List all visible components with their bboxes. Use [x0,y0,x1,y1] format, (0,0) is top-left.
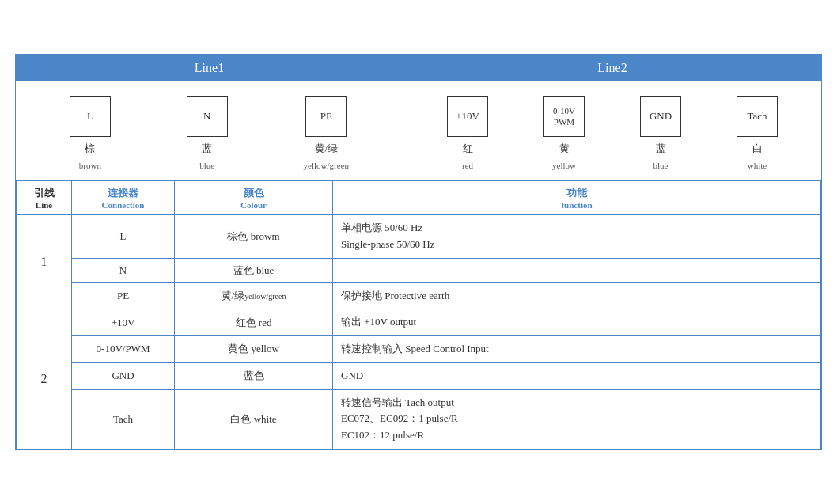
diagram-line2: +10V 红 red 0-10VPWM 黄 yellow GND 蓝 blue … [403,81,821,180]
table-header-row: 引线 Line 连接器 Connection 颜色 Colour 功能 func… [17,180,821,214]
connector-box-N: N [187,96,228,137]
conn-PE: PE [72,282,175,309]
func-PE: 保护接地 Protective earth [333,282,821,309]
th-connection: 连接器 Connection [72,180,175,214]
connector-L: L 棕 brown [70,96,111,170]
table-row-10V: 2 +10V 红色 red 输出 +10V output [17,309,821,336]
connector-GND-zh: 蓝 [656,142,666,156]
colour-L: 棕色 browm [175,214,333,258]
connector-PWM: 0-10VPWM 黄 yellow [543,96,585,170]
diagram-line1: L 棕 brown N 蓝 blue PE 黄/绿 yellow/green [16,81,403,180]
func-GND: GND [333,362,821,389]
connector-PE-zh: 黄/绿 [315,142,339,156]
func-L: 单相电源 50/60 Hz Single-phase 50/60 Hz [333,214,821,258]
th-colour-en: Colour [183,200,324,210]
connector-GND-en: blue [653,161,668,170]
func-Tach: 转速信号输出 Tach output EC072、EC092：1 pulse/R… [333,389,821,449]
connector-N-zh: 蓝 [202,142,212,156]
connector-Tach: Tach 白 white [737,96,778,170]
connector-box-L: L [70,96,111,137]
conn-PWM: 0-10V/PWM [72,336,175,363]
conn-GND-val: GND [72,362,175,389]
conn-N: N [72,258,175,282]
colour-PE: 黄/绿yellow/green [175,282,333,309]
connector-PE-en: yellow/green [304,161,349,170]
conn-L: L [72,214,175,258]
th-colour-zh: 颜色 [183,186,324,200]
connector-10V-zh: 红 [463,142,473,156]
connector-box-PE: PE [305,96,347,137]
connector-L-en: brown [79,161,101,170]
header-line1-label: Line1 [16,55,403,81]
th-line-zh: 引线 [25,186,63,200]
func-N [333,258,821,282]
th-conn-zh: 连接器 [80,186,166,200]
connector-GND: GND 蓝 blue [640,96,681,170]
connector-box-Tach: Tach [737,96,778,137]
connector-N-en: blue [199,161,214,170]
connector-N: N 蓝 blue [187,96,228,170]
table-row-L: 1 L 棕色 browm 单相电源 50/60 Hz Single-phase … [17,214,821,258]
th-colour: 颜色 Colour [175,180,333,214]
line1-num: 1 [17,214,72,309]
func-PWM: 转速控制输入 Speed Control Input [333,336,821,363]
line2-num: 2 [17,309,72,449]
connector-L-zh: 棕 [85,142,95,156]
th-func-en: function [341,200,812,210]
connector-PWM-zh: 黄 [559,142,570,156]
colour-N: 蓝色 blue [175,258,333,282]
th-line-en: Line [25,200,63,210]
th-line: 引线 Line [17,180,72,214]
connector-10V: +10V 红 red [447,96,488,170]
header-line2-label: Line2 [403,55,821,81]
connector-Tach-en: white [748,161,767,170]
connector-10V-en: red [462,161,473,170]
func-10V: 输出 +10V output [333,309,821,336]
table-row-Tach: Tach 白色 white 转速信号输出 Tach output EC072、E… [17,389,821,449]
th-function: 功能 function [333,180,821,214]
header-row: Line1 Line2 [16,55,821,81]
conn-10V: +10V [72,309,175,336]
connector-PWM-en: yellow [552,161,576,170]
colour-Tach: 白色 white [175,389,333,449]
colour-GND: 蓝色 [175,362,333,389]
table-row-PE: PE 黄/绿yellow/green 保护接地 Protective earth [17,282,821,309]
conn-Tach-val: Tach [72,389,175,449]
main-container: Line1 Line2 L 棕 brown N 蓝 blue PE 黄/绿 ye… [15,54,822,450]
th-conn-en: Connection [80,200,166,210]
th-func-zh: 功能 [341,186,812,200]
diagram-row: L 棕 brown N 蓝 blue PE 黄/绿 yellow/green +… [16,81,821,180]
connector-box-10V: +10V [447,96,488,137]
connector-Tach-zh: 白 [752,142,763,156]
connector-PE: PE 黄/绿 yellow/green [304,96,349,170]
table-row-GND: GND 蓝色 GND [17,362,821,389]
connector-box-GND: GND [640,96,681,137]
colour-PWM: 黄色 yellow [175,336,333,363]
table-row-PWM: 0-10V/PWM 黄色 yellow 转速控制输入 Speed Control… [17,336,821,363]
data-table: 引线 Line 连接器 Connection 颜色 Colour 功能 func… [16,180,821,449]
table-row-N: N 蓝色 blue [17,258,821,282]
colour-10V: 红色 red [175,309,333,336]
connector-box-PWM: 0-10VPWM [543,96,585,137]
